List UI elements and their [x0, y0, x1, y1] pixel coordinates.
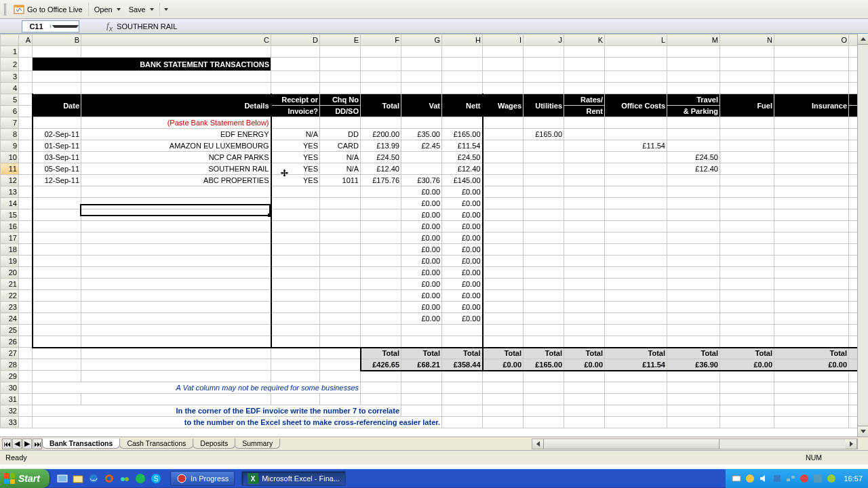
ql-firefox-icon[interactable]: [102, 471, 117, 486]
tab-last-button[interactable]: ⏭: [33, 439, 42, 449]
col-header[interactable]: A: [19, 35, 33, 46]
table-row[interactable]: 12 12-Sep-11ABC PROPERTIES YES1011 £175.…: [1, 175, 863, 186]
toolbar-grip[interactable]: [4, 3, 7, 16]
row-header[interactable]: 8: [1, 129, 19, 140]
svg-rect-21: [814, 474, 822, 483]
ql-msn-icon[interactable]: [117, 471, 132, 486]
svg-rect-18: [787, 479, 790, 481]
paste-note: (Paste Bank Statement Below): [81, 117, 271, 129]
col-header[interactable]: K: [564, 35, 605, 46]
table-row[interactable]: 18£0.00£0.00: [1, 244, 863, 256]
formula-bar-value[interactable]: SOUTHERN RAIL: [117, 22, 177, 30]
start-button[interactable]: Start: [0, 469, 50, 488]
col-header[interactable]: H: [442, 35, 483, 46]
ql-spotify-icon[interactable]: [133, 471, 148, 486]
ql-explorer[interactable]: [71, 471, 85, 486]
tab-deposits[interactable]: Deposits: [193, 439, 235, 449]
ql-ie-icon[interactable]: [86, 471, 101, 486]
tray-icon[interactable]: [812, 473, 823, 484]
scroll-left-button[interactable]: [532, 439, 543, 449]
go-to-office-live-button[interactable]: Go to Office Live: [9, 3, 87, 16]
tray-icon[interactable]: [826, 473, 837, 484]
open-label: Open: [94, 5, 113, 14]
tray-icon[interactable]: [772, 473, 783, 484]
system-tray[interactable]: 16:57: [726, 469, 868, 488]
row-header[interactable]: 6: [1, 106, 19, 117]
row-header[interactable]: 9: [1, 140, 19, 152]
col-header[interactable]: N: [720, 35, 774, 46]
select-all-corner[interactable]: [1, 35, 19, 46]
scroll-up-button[interactable]: [858, 34, 868, 45]
table-row[interactable]: 19£0.00£0.00: [1, 256, 863, 267]
tray-icon[interactable]: [799, 473, 810, 484]
tab-next-button[interactable]: ▶: [22, 439, 32, 449]
clock[interactable]: 16:57: [844, 474, 863, 483]
table-row[interactable]: 21£0.00£0.00: [1, 279, 863, 290]
table-row[interactable]: 23£0.00£0.00: [1, 302, 863, 313]
col-header[interactable]: I: [483, 35, 524, 46]
fx-icon[interactable]: fx: [106, 20, 113, 33]
tab-bank-transactions[interactable]: Bank Transactions: [42, 439, 120, 449]
overflow-button[interactable]: [161, 7, 170, 12]
horizontal-scrollbar[interactable]: [532, 439, 857, 449]
ql-show-desktop[interactable]: [55, 471, 70, 486]
row-header[interactable]: 4: [1, 83, 19, 94]
tray-icon[interactable]: [745, 473, 755, 484]
row-header[interactable]: 3: [1, 71, 19, 83]
hdr-total: Total: [361, 94, 401, 117]
row-header[interactable]: 11: [1, 163, 19, 175]
table-row[interactable]: 14£0.00£0.00: [1, 198, 863, 209]
ql-skype-icon[interactable]: S: [149, 471, 163, 486]
col-header[interactable]: L: [605, 35, 667, 46]
volume-icon[interactable]: [758, 473, 769, 484]
col-header[interactable]: M: [667, 35, 720, 46]
col-header[interactable]: F: [361, 35, 401, 46]
name-box[interactable]: C11: [22, 20, 79, 33]
table-row[interactable]: 9 01-Sep-11AMAZON EU LUXEMBOURG YESCARD …: [1, 140, 863, 152]
col-header[interactable]: D: [271, 35, 320, 46]
svg-point-20: [800, 474, 808, 483]
task-in-progress[interactable]: In Progress: [170, 471, 235, 486]
scroll-right-button[interactable]: [846, 439, 856, 449]
hdr-chq2: DD/SO: [320, 106, 361, 117]
save-button[interactable]: Save: [125, 4, 158, 15]
open-button[interactable]: Open: [90, 4, 125, 15]
spreadsheet-grid[interactable]: A B C D E F G H I J K L M N O 1 2 BANK S…: [0, 34, 868, 436]
tab-first-button[interactable]: ⏮: [2, 439, 12, 449]
table-row[interactable]: 15£0.00£0.00: [1, 209, 863, 221]
table-row[interactable]: 8 02-Sep-11EDF ENERGY N/ADD £200.00£35.0…: [1, 129, 863, 140]
row-header[interactable]: 2: [1, 58, 19, 71]
col-header[interactable]: E: [320, 35, 361, 46]
scroll-thumb[interactable]: [543, 439, 719, 449]
table-row[interactable]: 22£0.00£0.00: [1, 290, 863, 302]
chevron-down-icon[interactable]: [50, 25, 79, 28]
col-header[interactable]: O: [774, 35, 849, 46]
row-header[interactable]: 7: [1, 117, 19, 129]
tab-summary[interactable]: Summary: [235, 439, 280, 449]
taskbar: Start S In Progress X Microsoft Excel - …: [0, 469, 868, 488]
table-row[interactable]: 11 05-Sep-11SOUTHERN RAIL YESN/A £12.40£…: [1, 163, 863, 175]
row-header[interactable]: 5: [1, 94, 19, 106]
table-row[interactable]: 24£0.00£0.00: [1, 313, 863, 325]
row-header[interactable]: 12: [1, 175, 19, 186]
task-excel[interactable]: X Microsoft Excel - Fina...: [241, 471, 346, 486]
row-header[interactable]: 10: [1, 152, 19, 163]
table-row[interactable]: 17£0.00£0.00: [1, 232, 863, 244]
svg-point-16: [746, 474, 754, 483]
col-header[interactable]: C: [81, 35, 271, 46]
table-row[interactable]: 20£0.00£0.00: [1, 267, 863, 279]
tray-icon[interactable]: [731, 473, 742, 484]
network-icon[interactable]: [785, 473, 796, 484]
table-row[interactable]: 16£0.00£0.00: [1, 221, 863, 232]
tab-prev-button[interactable]: ◀: [12, 439, 22, 449]
table-row[interactable]: 13£0.00£0.00: [1, 186, 863, 198]
table-row[interactable]: 10 03-Sep-11NCP CAR PARKS YESN/A £24.50£…: [1, 152, 863, 163]
col-header[interactable]: G: [401, 35, 442, 46]
scroll-down-button[interactable]: [858, 426, 868, 436]
row-header[interactable]: 1: [1, 46, 19, 58]
col-header[interactable]: B: [33, 35, 81, 46]
title-cell: BANK STATEMENT TRANSACTIONS: [33, 58, 271, 71]
vertical-scrollbar[interactable]: [857, 34, 868, 436]
col-header[interactable]: J: [524, 35, 564, 46]
tab-cash-transactions[interactable]: Cash Transactions: [119, 439, 193, 449]
